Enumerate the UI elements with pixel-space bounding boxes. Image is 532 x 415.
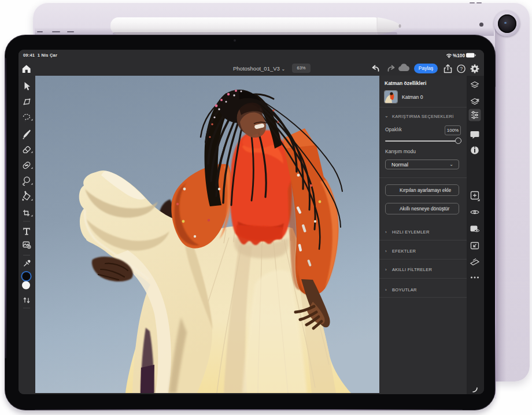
svg-text:?: ? (460, 66, 463, 72)
svg-text:%100: %100 (453, 53, 465, 58)
